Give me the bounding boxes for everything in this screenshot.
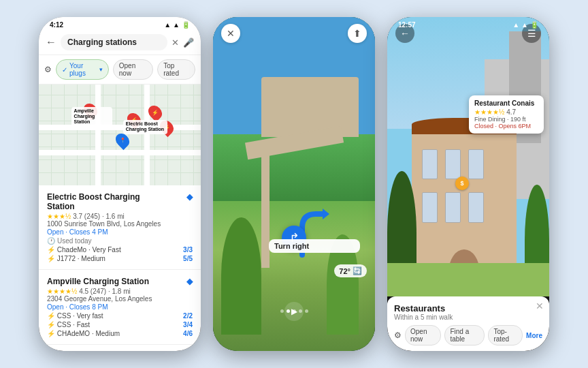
listing-stars-2: ★★★★½ (47, 288, 77, 295)
listing-title-2: Ampville Charging Station ◆ (47, 277, 193, 286)
listing-reviews-1: (245) (84, 213, 100, 220)
aerial-view (213, 17, 375, 351)
wifi-icon-1: ▲ (173, 21, 180, 29)
listing-reviews-2: (247) (91, 288, 106, 295)
chip-chevron: ▾ (99, 66, 103, 73)
listing-item-1[interactable]: Electric Boost Charging Station ◆ ★★★½ 3… (39, 185, 201, 270)
window-2 (445, 149, 461, 179)
sv-time: 12:57 (398, 21, 416, 29)
info-card[interactable]: Restaurant Conais ★★★★½ 4.7 Fine Dining … (469, 95, 544, 134)
clear-icon[interactable]: ✕ (172, 37, 179, 48)
listing-meta-2: ★★★★½ 4.5 (247) · 1.8 mi (47, 288, 193, 295)
listing-distance-1: 1.6 mi (106, 213, 125, 220)
listing-meta-1: ★★★½ 3.7 (245) · 1.6 mi (47, 213, 193, 220)
bottom-panel-filters: ⚙ Open now Find a table Top-rated More (394, 325, 542, 346)
back-icon[interactable]: ← (46, 36, 56, 48)
chip-label-2: Open now (119, 62, 147, 77)
play-button[interactable]: ▶ (284, 302, 304, 321)
chip-open-now[interactable]: Open now (113, 59, 153, 80)
nav-play-row: ▶ (213, 302, 375, 321)
connector-j1772: ⚡ J1772 · Medium 5/5 (47, 255, 193, 262)
chip-your-plugs[interactable]: ✓ Your plugs ▾ (56, 59, 109, 80)
listing-area: Electric Boost Charging Station ◆ ★★★½ 3… (39, 185, 201, 351)
map-label-electric: Electric Boost Charging Station (123, 120, 167, 134)
search-bar: ← Charging stations ✕ 🎤 (39, 30, 201, 55)
bottom-panel-title: Restaurants (394, 303, 542, 313)
temp-icon: 🔄 (353, 266, 362, 275)
listing-title-1: Electric Boost Charging Station ◆ (47, 192, 193, 211)
listing-status-2: Open · Closes 8 PM (47, 303, 193, 311)
share-icon: ⬆ (353, 28, 361, 39)
info-card-rating: ★★★★½ 4.7 (474, 108, 538, 116)
window-6 (468, 192, 484, 222)
ev-icon-1: ◆ (186, 192, 193, 202)
sv-status-icons: ▲ ▲ 🔋 (512, 21, 538, 29)
chip-label-1: Your plugs (69, 62, 97, 77)
temperature-value: 72° (339, 267, 350, 275)
listing-rating-1: 3.7 (73, 213, 82, 220)
ev-icon-2: ◆ (186, 277, 193, 286)
filter-settings-icon[interactable]: ⚙ (394, 331, 402, 340)
window-4 (422, 192, 438, 222)
aerial-dock (261, 77, 359, 137)
close-icon: ✕ (536, 301, 544, 311)
listing-item-2[interactable]: Ampville Charging Station ◆ ★★★★½ 4.5 (2… (39, 270, 201, 345)
used-text-1: Used today (57, 237, 92, 245)
nav-map[interactable]: 10:00 ▲ 📶 🔋 ✕ ⬆ 72° 🔄 (213, 17, 375, 351)
listing-name-1: Electric Boost Charging Station (47, 192, 169, 211)
connector-chademo2: ⚡ CHAdeMO · Medium 4/6 (47, 330, 193, 337)
listing-stars-1: ★★★½ (47, 213, 71, 220)
listing-rating-2: 4.5 (79, 288, 88, 295)
sv-signal: ▲ (512, 21, 519, 29)
chip-top-rated[interactable]: Top rated (157, 59, 195, 80)
window-3 (468, 149, 484, 179)
nav-close-button[interactable]: ✕ (221, 24, 240, 43)
connector-css1: ⚡ CSS · Very fast 2/2 (47, 312, 193, 320)
filter-top-rated[interactable]: Top-rated (488, 325, 523, 346)
svg-marker-0 (323, 209, 329, 219)
map-label-ampville: Ampville Charging Station (71, 107, 112, 127)
bottom-close-button[interactable]: ✕ (536, 301, 544, 311)
close-icon: ✕ (227, 28, 235, 39)
listing-addr-1: 1000 Sunrise Town Blvd, Los Angeles (47, 220, 193, 228)
mic-icon[interactable]: 🎤 (183, 37, 194, 48)
aerial-road-2 (261, 151, 270, 268)
filter-find-table[interactable]: Find a table (444, 325, 485, 346)
temperature-badge: 72° 🔄 (334, 264, 367, 277)
nav-share-button[interactable]: ⬆ (348, 24, 367, 43)
window-1 (422, 149, 438, 179)
listing-used-1: 🕐 Used today (47, 237, 193, 245)
listing-name-2: Ampville Charging Station (47, 277, 149, 286)
listing-status-1: Open · Closes 4 PM (47, 228, 193, 236)
filter-label-3: Top-rated (493, 328, 509, 343)
phone-street-view: Restaurant Conais ★★★★½ 4.7 Fine Dining … (387, 17, 549, 351)
signal-icon-1: ▲ (164, 21, 171, 29)
bottom-panel-subtitle: Within a 5 min walk (394, 313, 542, 321)
filter-more[interactable]: More (526, 332, 542, 339)
window-5 (445, 192, 461, 222)
bottom-panel: ✕ Restaurants Within a 5 min walk ⚙ Open… (387, 296, 549, 351)
filter-icon[interactable]: ⚙ (44, 65, 52, 74)
chip-label-3: Top rated (163, 62, 189, 77)
street-view-area[interactable]: Restaurant Conais ★★★★½ 4.7 Fine Dining … (387, 17, 549, 296)
sv-wifi: ▲ (521, 21, 528, 29)
search-text: Charging stations (67, 37, 137, 47)
search-input[interactable]: Charging stations (61, 34, 167, 50)
street-background: Restaurant Conais ★★★★½ 4.7 Fine Dining … (387, 17, 549, 296)
info-card-category: Fine Dining · 190 ft (474, 116, 538, 123)
more-label: More (526, 332, 542, 339)
filter-open-now[interactable]: Open now (405, 325, 441, 346)
time-1: 4:12 (50, 21, 63, 29)
phone-charging-stations: 4:12 ▲ ▲ 🔋 ← Charging stations ✕ 🎤 ⚙ ✓ Y… (39, 17, 201, 351)
filter-label-1: Open now (410, 328, 427, 343)
info-card-status: Closed · Opens 6PM (474, 123, 538, 129)
listing-item-3[interactable]: Sherlock and Wattson Charging Station ◆ … (39, 345, 201, 351)
filter-row: ⚙ ✓ Your plugs ▾ Open now Top rated (39, 55, 201, 85)
sv-status-bar: 12:57 ▲ ▲ 🔋 (387, 17, 549, 30)
sv-battery: 🔋 (530, 21, 538, 29)
nav-instruction-text: Turn right (269, 239, 360, 253)
info-card-title: Restaurant Conais (474, 99, 538, 107)
phone-navigation: 10:00 ▲ 📶 🔋 ✕ ⬆ 72° 🔄 (213, 17, 375, 351)
chip-check: ✓ (62, 66, 67, 74)
map-area[interactable]: ⚡ ⚡ ⚡ ⚡ 📍 Ampville Charging Station Elec… (39, 85, 201, 185)
